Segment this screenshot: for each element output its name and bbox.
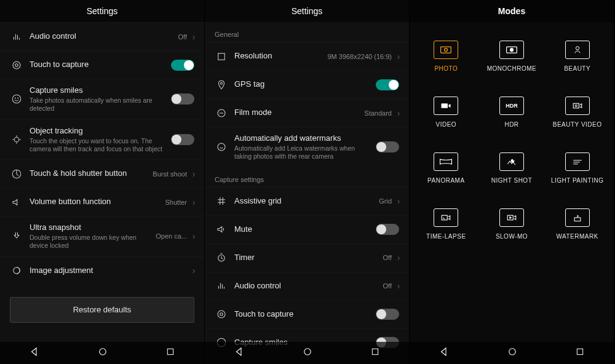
mode-label: SLOW-MO xyxy=(496,233,528,240)
row-image-adjustment[interactable]: Image adjustment › xyxy=(0,256,204,285)
svg-point-31 xyxy=(509,349,516,355)
mute-icon xyxy=(215,224,228,235)
row-label: Audio control xyxy=(234,281,377,291)
row-object-tracking[interactable]: Object trackingTouch the object you want… xyxy=(0,119,204,160)
mode-label: MONOCHROME xyxy=(487,65,537,72)
snapshot-icon xyxy=(10,231,23,242)
row-value: Standard xyxy=(364,109,392,117)
row-label: Ultra snapshot xyxy=(30,223,149,232)
mode-time-lapse[interactable]: TIME-LAPSE xyxy=(415,208,478,240)
nav-home-icon[interactable] xyxy=(97,346,108,360)
row-film-mode[interactable]: Film mode Standard › xyxy=(205,98,409,127)
restore-defaults-button[interactable]: Restore defaults xyxy=(10,297,194,323)
svg-rect-25 xyxy=(442,103,448,108)
mode-hdr[interactable]: HDR HDR xyxy=(480,97,544,128)
slowmo-icon xyxy=(499,208,524,227)
section-capture: Capture settings xyxy=(205,167,409,187)
mode-beauty[interactable]: BEAUTY xyxy=(546,41,609,72)
toggle[interactable] xyxy=(171,134,194,145)
row-label: Film mode xyxy=(234,108,358,117)
target-icon xyxy=(10,134,23,145)
mode-light-painting[interactable]: LIGHT PAINTING xyxy=(546,152,609,184)
row-timer[interactable]: Timer Off › xyxy=(205,243,409,272)
nav-bar xyxy=(205,342,409,364)
nav-home-icon[interactable] xyxy=(302,346,313,360)
toggle[interactable] xyxy=(376,79,399,90)
mode-beauty-video[interactable]: BEAUTY VIDEO xyxy=(546,97,609,128)
nav-back-icon[interactable] xyxy=(29,346,40,360)
svg-rect-28 xyxy=(442,215,448,220)
hold-icon xyxy=(10,168,23,180)
toggle[interactable] xyxy=(171,60,194,71)
row-touch-capture-2[interactable]: Touch to capture xyxy=(205,300,409,328)
beauty-icon xyxy=(565,41,590,59)
nav-recent-icon[interactable] xyxy=(165,347,175,359)
video-icon xyxy=(434,97,458,115)
chevron-right-icon: › xyxy=(189,231,198,241)
resolution-icon xyxy=(215,51,228,62)
mode-video[interactable]: VIDEO xyxy=(415,97,478,128)
svg-point-5 xyxy=(14,137,19,142)
mode-label: TIME-LAPSE xyxy=(426,233,466,240)
smile-icon xyxy=(10,93,23,105)
row-label: GPS tag xyxy=(234,79,370,89)
svg-rect-20 xyxy=(441,47,451,53)
toggle[interactable] xyxy=(376,224,399,235)
svg-rect-19 xyxy=(373,349,378,354)
nav-home-icon[interactable] xyxy=(507,346,518,360)
row-label: Object tracking xyxy=(30,126,165,136)
nav-back-icon[interactable] xyxy=(438,346,450,360)
row-label: Touch & hold shutter button xyxy=(30,168,146,178)
volume-icon xyxy=(10,197,23,208)
mode-panorama[interactable]: PANORAMA xyxy=(415,152,478,184)
panorama-icon xyxy=(434,152,458,171)
svg-rect-32 xyxy=(577,349,583,354)
svg-point-23 xyxy=(510,49,513,52)
timer-icon xyxy=(215,252,228,263)
nav-recent-icon[interactable] xyxy=(370,347,380,359)
svg-point-16 xyxy=(220,313,223,316)
row-audio-control-2[interactable]: Audio control Off › xyxy=(205,272,409,300)
row-value: Open ca... xyxy=(156,232,187,240)
section-general: General xyxy=(205,22,409,42)
svg-point-2 xyxy=(12,95,21,104)
toggle[interactable] xyxy=(376,309,399,320)
nav-back-icon[interactable] xyxy=(234,346,245,360)
row-capture-smiles[interactable]: Capture smilesTake photos automatically … xyxy=(0,79,204,119)
svg-rect-9 xyxy=(168,349,173,354)
nav-bar xyxy=(410,342,614,364)
toggle[interactable] xyxy=(376,141,399,152)
row-gps-tag[interactable]: GPS tag xyxy=(205,70,409,98)
modes-grid: PHOTO MONOCHROME BEAUTY VIDEO HDR HDR BE… xyxy=(415,41,609,240)
touch-icon xyxy=(10,60,23,71)
mode-watermark[interactable]: WATERMARK xyxy=(546,208,609,240)
row-resolution[interactable]: Resolution 9M 3968x2240 (16:9) › xyxy=(205,42,409,70)
chevron-right-icon: › xyxy=(394,108,403,118)
svg-point-0 xyxy=(13,61,20,69)
row-label: Mute xyxy=(234,224,370,234)
row-assistive-grid[interactable]: Assistive grid Grid › xyxy=(205,187,409,215)
row-audio-control[interactable]: Audio control Off › xyxy=(0,22,204,50)
row-mute[interactable]: Mute xyxy=(205,215,409,243)
row-volume-button[interactable]: Volume button function Shutter › xyxy=(0,188,204,216)
mode-label: LIGHT PAINTING xyxy=(551,177,604,184)
mode-slow-mo[interactable]: SLOW-MO xyxy=(480,208,544,240)
gps-icon xyxy=(215,79,228,90)
nav-recent-icon[interactable] xyxy=(575,347,585,359)
row-ultra-snapshot[interactable]: Ultra snapshotDouble press volume down k… xyxy=(0,216,204,256)
row-sub: Automatically add Leica watermarks when … xyxy=(234,144,370,160)
row-value: Grid xyxy=(379,197,392,205)
svg-rect-30 xyxy=(574,218,581,221)
svg-rect-26 xyxy=(573,103,579,108)
chevron-right-icon: › xyxy=(394,253,403,263)
row-value: Off xyxy=(383,282,392,290)
mode-night-shot[interactable]: NIGHT SHOT xyxy=(480,152,544,184)
row-touch-to-capture[interactable]: Touch to capture xyxy=(0,50,204,79)
row-watermarks[interactable]: Automatically add watermarksAutomaticall… xyxy=(205,127,409,167)
toggle[interactable] xyxy=(171,93,194,105)
chevron-right-icon: › xyxy=(189,197,198,207)
watermark-mode-icon xyxy=(565,208,590,227)
mode-monochrome[interactable]: MONOCHROME xyxy=(480,41,544,72)
row-touch-hold-shutter[interactable]: Touch & hold shutter button Burst shoot … xyxy=(0,159,204,188)
mode-photo[interactable]: PHOTO xyxy=(415,41,478,72)
